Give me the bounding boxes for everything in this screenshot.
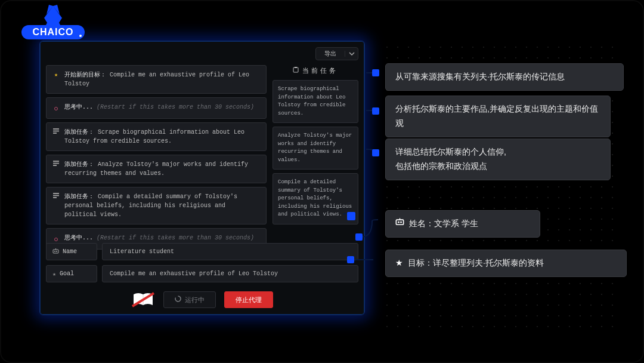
connector-node [347, 256, 354, 263]
log-column: ★ 开始新的目标： Compile me an exhaustive profi… [46, 65, 267, 238]
star-icon: ★ [52, 70, 60, 88]
svg-rect-5 [53, 133, 57, 134]
svg-rect-13 [295, 67, 297, 68]
translation-bubble: 详细总结托尔斯泰的个人信仰, 包括他的宗教和政治观点 [385, 139, 611, 180]
name-label: Name [46, 243, 97, 260]
goal-input[interactable] [102, 265, 358, 282]
translation-bubble: 分析托尔斯泰的主要作品,并确定反复出现的主题和价值观 [385, 96, 611, 137]
connector-node [372, 149, 379, 156]
task-card: Compile a detailed summary of Tolstoy's … [273, 173, 358, 224]
goal-label: ★ Goal [46, 265, 97, 282]
agent-panel: 导出 ★ 开始新的目标： Compile me an exhaustive pr… [39, 41, 365, 315]
name-input[interactable] [102, 243, 358, 260]
connector-node [372, 107, 379, 115]
list-icon [52, 128, 60, 146]
robot-icon [395, 217, 404, 231]
svg-rect-4 [53, 131, 59, 132]
svg-rect-12 [293, 67, 298, 72]
top-bar: 导出 [46, 47, 358, 60]
agent-form: Name ★ Goal 运行中 [46, 243, 358, 309]
svg-rect-6 [53, 161, 59, 162]
book-icon [131, 291, 155, 309]
svg-point-2 [79, 35, 82, 37]
translation-bubble: 从可靠来源搜集有关列夫·托尔斯泰的传记信息 [385, 63, 624, 91]
robot-icon [52, 248, 59, 256]
log-entry: ★ 开始新的目标： Compile me an exhaustive profi… [46, 65, 267, 94]
log-entry: 思考中... (Restart if this takes more than … [46, 97, 267, 119]
task-column: 当前任务 Scrape biographical information abo… [273, 65, 358, 238]
list-icon [52, 160, 60, 178]
dot-icon [52, 104, 60, 113]
list-icon [52, 192, 60, 219]
export-label: 导出 [316, 50, 345, 58]
svg-text:CHAICO: CHAICO [32, 27, 73, 37]
svg-point-21 [400, 222, 402, 223]
clipboard-icon [293, 67, 299, 75]
svg-point-15 [54, 251, 55, 252]
translation-bubble: ★ 目标：详尽整理列夫·托尔斯泰的资料 [385, 250, 627, 277]
stop-agent-button[interactable]: 停止代理 [224, 291, 273, 308]
task-heading: 当前任务 [273, 65, 358, 76]
star-icon: ★ [52, 270, 56, 278]
svg-rect-7 [53, 163, 59, 164]
logo: CHAICO [20, 5, 86, 48]
log-entry: 添加任务： Analyze Tolstoy's major works and … [46, 155, 267, 183]
svg-rect-9 [53, 193, 59, 194]
connector-node [347, 212, 355, 220]
star-icon: ★ [395, 256, 403, 270]
svg-point-20 [398, 222, 400, 223]
task-card: Scrape biographical information about Le… [273, 80, 358, 123]
svg-rect-10 [53, 195, 59, 196]
connector-node [372, 69, 379, 76]
svg-rect-3 [53, 128, 59, 130]
svg-rect-14 [53, 250, 58, 253]
export-dropdown[interactable]: 导出 [315, 47, 358, 60]
svg-rect-19 [396, 220, 403, 224]
spinner-icon [175, 296, 181, 304]
task-card: Analyze Tolstoy's major works and identi… [273, 127, 358, 170]
log-entry: 添加任务： Compile a detailed summary of Tols… [46, 187, 267, 224]
log-entry: 添加任务： Scrape biographical information ab… [46, 122, 267, 151]
svg-rect-8 [53, 165, 57, 166]
chevron-down-icon [345, 51, 358, 57]
svg-point-16 [56, 251, 57, 252]
svg-rect-11 [53, 197, 57, 198]
connector-node [355, 233, 363, 241]
running-button[interactable]: 运行中 [163, 291, 216, 308]
translation-bubble: 姓名：文学系 学生 [385, 210, 540, 238]
